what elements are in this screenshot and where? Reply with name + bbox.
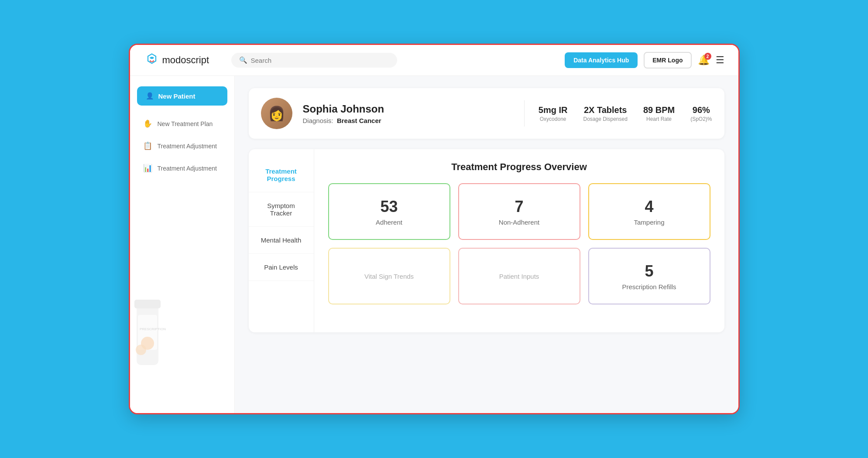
analytics-button[interactable]: Data Analytics Hub bbox=[565, 52, 638, 68]
chart-icon: 📊 bbox=[143, 164, 152, 173]
nav-treatment-progress[interactable]: Treatment Progress bbox=[249, 158, 314, 192]
header-right: Data Analytics Hub EMR Logo 🔔 2 ☰ bbox=[565, 52, 724, 68]
svg-point-5 bbox=[141, 337, 154, 350]
sidebar-item-treatment-adjustment-1[interactable]: 📋 Treatment Adjustment bbox=[137, 137, 227, 155]
metric-non-adherent: 7 Non-Adherent bbox=[458, 183, 580, 240]
patient-vitals: 5mg IR Oxycodone 2X Tablets Dosage Dispe… bbox=[539, 105, 712, 122]
svg-rect-1 bbox=[137, 304, 158, 365]
hand-icon: ✋ bbox=[143, 119, 152, 128]
avatar-image: 👩 bbox=[268, 105, 285, 122]
sidebar: 👤 New Patient ✋ New Treatment Plan 📋 Tre… bbox=[130, 76, 235, 413]
notification-button[interactable]: 🔔 2 bbox=[698, 55, 710, 66]
patient-divider bbox=[524, 100, 525, 126]
treatment-nav: Treatment Progress Symptom Tracker Menta… bbox=[249, 149, 314, 332]
emr-button[interactable]: EMR Logo bbox=[644, 52, 691, 68]
search-icon: 🔍 bbox=[239, 56, 247, 64]
treatment-card: Treatment Progress Symptom Tracker Menta… bbox=[249, 149, 724, 332]
patient-diagnosis: Diagnosis: Breast Cancer bbox=[303, 117, 510, 124]
metric-prescription-refills: 5 Prescription Refills bbox=[588, 248, 710, 304]
logo: modoscript bbox=[144, 52, 223, 68]
metric-adherent: 53 Adherent bbox=[328, 183, 450, 240]
menu-button[interactable]: ☰ bbox=[716, 55, 724, 66]
treatment-overview-title: Treatment Progress Overview bbox=[328, 161, 710, 173]
patient-card: 👩 Sophia Johnson Diagnosis: Breast Cance… bbox=[249, 88, 724, 139]
patient-avatar: 👩 bbox=[261, 98, 292, 129]
person-icon: 👤 bbox=[146, 92, 154, 100]
svg-text:PRESCRIPTION: PRESCRIPTION bbox=[140, 327, 166, 331]
sidebar-item-new-treatment[interactable]: ✋ New Treatment Plan bbox=[137, 114, 227, 133]
svg-rect-3 bbox=[138, 315, 157, 350]
svg-point-6 bbox=[136, 345, 146, 355]
search-input[interactable] bbox=[251, 57, 389, 64]
metrics-grid: 53 Adherent 7 Non-Adherent 4 Tampering bbox=[328, 183, 710, 304]
sidebar-item-treatment-adjustment-2[interactable]: 📊 Treatment Adjustment bbox=[137, 159, 227, 178]
vital-heart-rate: 89 BPM Heart Rate bbox=[643, 105, 675, 122]
main-content: 👩 Sophia Johnson Diagnosis: Breast Cance… bbox=[235, 76, 738, 413]
treatment-main: Treatment Progress Overview 53 Adherent … bbox=[314, 149, 724, 332]
vital-dosage: 2X Tablets Dosage Dispensed bbox=[583, 105, 627, 122]
body-layout: 👤 New Patient ✋ New Treatment Plan 📋 Tre… bbox=[130, 76, 738, 413]
nav-symptom-tracker[interactable]: Symptom Tracker bbox=[249, 192, 314, 227]
svg-rect-2 bbox=[134, 300, 161, 308]
header: modoscript 🔍 Data Analytics Hub EMR Logo… bbox=[130, 45, 738, 76]
nav-mental-health[interactable]: Mental Health bbox=[249, 227, 314, 254]
new-patient-button[interactable]: 👤 New Patient bbox=[137, 86, 227, 106]
vital-oxycodone: 5mg IR Oxycodone bbox=[539, 105, 568, 122]
notification-badge: 2 bbox=[704, 53, 711, 60]
patient-info: Sophia Johnson Diagnosis: Breast Cancer bbox=[303, 103, 510, 124]
logo-text: modoscript bbox=[162, 55, 209, 66]
vital-spo2: 96% (SpO2)% bbox=[690, 105, 712, 122]
clipboard-icon: 📋 bbox=[143, 141, 152, 150]
pill-bottle-decoration: PRESCRIPTION bbox=[129, 291, 200, 413]
nav-pain-levels[interactable]: Pain Levels bbox=[249, 254, 314, 281]
metric-patient-inputs: Patient Inputs bbox=[458, 248, 580, 304]
patient-name: Sophia Johnson bbox=[303, 103, 510, 115]
search-bar[interactable]: 🔍 bbox=[231, 53, 397, 68]
metric-tampering: 4 Tampering bbox=[588, 183, 710, 240]
svg-point-0 bbox=[151, 59, 153, 61]
logo-icon bbox=[144, 52, 160, 68]
metric-vital-trends: Vital Sign Trends bbox=[328, 248, 450, 304]
